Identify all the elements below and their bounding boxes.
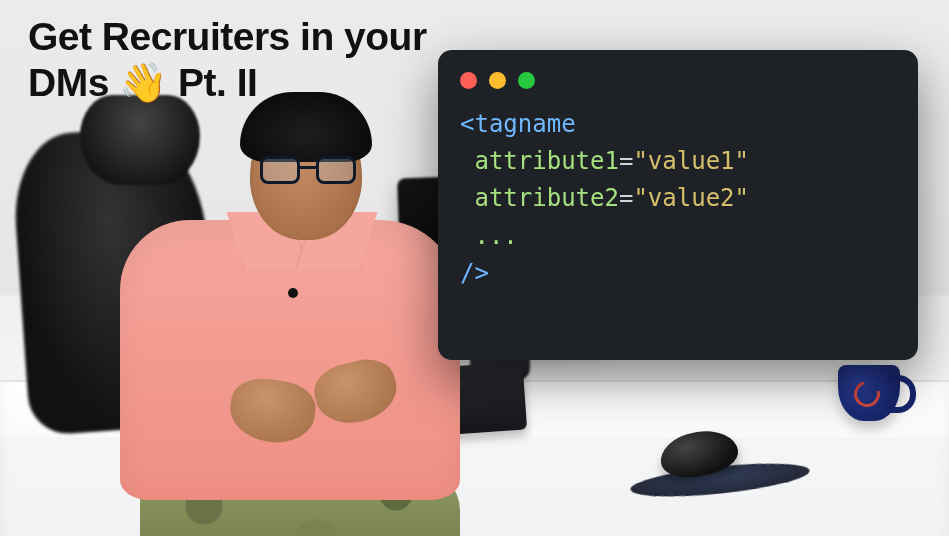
code-eq-2: = (619, 184, 633, 212)
lavalier-mic-icon (288, 288, 298, 298)
code-tagname: tagname (474, 110, 575, 138)
code-val-2: "value2" (633, 184, 749, 212)
code-val-1: "value1" (633, 147, 749, 175)
wave-emoji-icon: 👋 (119, 61, 168, 104)
eyeglasses-icon (260, 156, 356, 186)
coffee-mug (838, 365, 900, 421)
code-eq-1: = (619, 147, 633, 175)
title-line-2-pre: DMs (28, 61, 119, 104)
code-attr-2: attribute2 (474, 184, 619, 212)
title-line-2-post: Pt. II (168, 61, 258, 104)
traffic-light-minimize-icon (489, 72, 506, 89)
window-traffic-lights (460, 66, 896, 94)
code-block: <tagname attribute1="value1" attribute2=… (460, 106, 896, 292)
code-snippet-panel: <tagname attribute1="value1" attribute2=… (438, 50, 918, 360)
traffic-light-zoom-icon (518, 72, 535, 89)
title-line-1: Get Recruiters in your (28, 15, 427, 58)
code-ellipsis: ... (474, 222, 517, 250)
code-angle-open: < (460, 110, 474, 138)
presenter-person (110, 100, 470, 536)
traffic-light-close-icon (460, 72, 477, 89)
thumbnail-title: Get Recruiters in your DMs 👋 Pt. II (28, 14, 508, 106)
code-self-close: /> (460, 259, 489, 287)
code-attr-1: attribute1 (474, 147, 619, 175)
